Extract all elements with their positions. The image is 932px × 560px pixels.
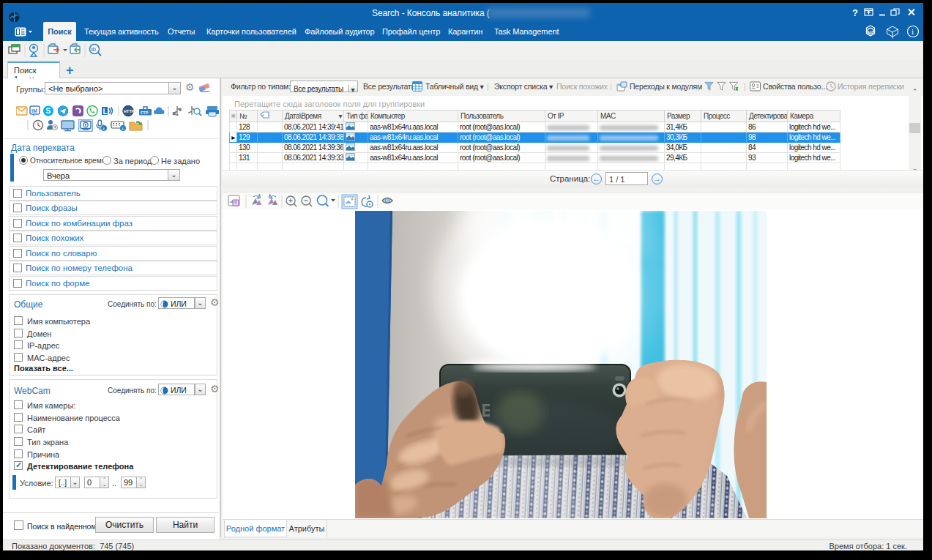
svg-text:FTP: FTP <box>141 111 149 115</box>
svg-text:i: i <box>122 126 124 132</box>
svg-text:ID: ID <box>92 47 97 52</box>
svg-text:IM: IM <box>31 108 37 113</box>
svg-text:API: API <box>868 30 874 34</box>
svg-text:?: ? <box>852 7 858 18</box>
svg-text:HTTP: HTTP <box>124 109 135 113</box>
svg-text:i: i <box>912 27 914 36</box>
svg-text:S: S <box>46 107 51 115</box>
svg-text:i: i <box>103 126 105 132</box>
svg-text:L: L <box>103 108 108 116</box>
